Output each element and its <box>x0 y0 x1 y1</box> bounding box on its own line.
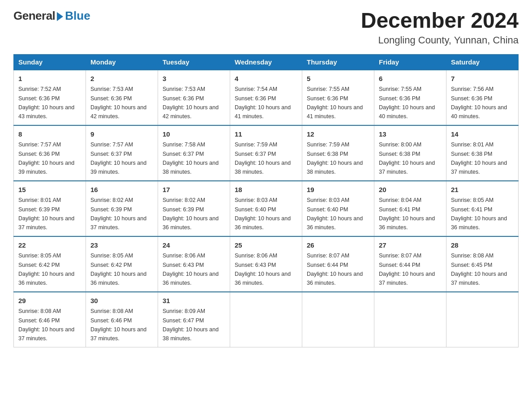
calendar-week-5: 29 Sunrise: 8:08 AMSunset: 6:46 PMDaylig… <box>14 292 519 347</box>
day-number: 7 <box>451 74 514 84</box>
calendar-cell: 24 Sunrise: 8:06 AMSunset: 6:43 PMDaylig… <box>158 236 230 292</box>
col-saturday: Saturday <box>446 54 519 70</box>
day-info: Sunrise: 7:57 AMSunset: 6:37 PMDaylight:… <box>90 141 146 175</box>
day-number: 18 <box>235 185 297 195</box>
day-info: Sunrise: 7:57 AMSunset: 6:36 PMDaylight:… <box>18 141 74 175</box>
day-info: Sunrise: 8:05 AMSunset: 6:42 PMDaylight:… <box>90 253 146 286</box>
day-info: Sunrise: 7:53 AMSunset: 6:36 PMDaylight:… <box>90 86 146 120</box>
day-info: Sunrise: 8:00 AMSunset: 6:38 PMDaylight:… <box>379 141 435 175</box>
day-number: 15 <box>18 185 81 195</box>
day-number: 4 <box>235 74 297 84</box>
calendar-header: Sunday Monday Tuesday Wednesday Thursday… <box>14 54 519 70</box>
day-info: Sunrise: 8:09 AMSunset: 6:47 PMDaylight:… <box>163 308 219 342</box>
day-number: 8 <box>18 129 81 140</box>
calendar-cell: 11 Sunrise: 7:59 AMSunset: 6:37 PMDaylig… <box>230 125 302 181</box>
day-number: 30 <box>90 296 153 306</box>
day-info: Sunrise: 7:55 AMSunset: 6:36 PMDaylight:… <box>307 86 363 120</box>
day-info: Sunrise: 8:03 AMSunset: 6:40 PMDaylight:… <box>307 197 363 231</box>
calendar-title: December 2024 <box>361 9 519 33</box>
calendar-cell: 15 Sunrise: 8:01 AMSunset: 6:39 PMDaylig… <box>14 181 86 236</box>
col-monday: Monday <box>86 54 158 70</box>
day-number: 5 <box>307 74 369 84</box>
calendar-cell: 25 Sunrise: 8:06 AMSunset: 6:43 PMDaylig… <box>230 236 302 292</box>
day-info: Sunrise: 8:07 AMSunset: 6:44 PMDaylight:… <box>379 253 435 286</box>
day-number: 19 <box>307 185 369 195</box>
calendar-cell <box>446 292 519 347</box>
logo: General Blue <box>13 9 90 23</box>
day-info: Sunrise: 7:53 AMSunset: 6:36 PMDaylight:… <box>163 86 219 120</box>
day-number: 31 <box>163 296 225 306</box>
day-info: Sunrise: 8:05 AMSunset: 6:42 PMDaylight:… <box>18 253 74 286</box>
calendar-cell: 10 Sunrise: 7:58 AMSunset: 6:37 PMDaylig… <box>158 125 230 181</box>
day-info: Sunrise: 7:59 AMSunset: 6:37 PMDaylight:… <box>235 141 291 175</box>
day-number: 20 <box>379 185 442 195</box>
calendar-cell: 17 Sunrise: 8:02 AMSunset: 6:39 PMDaylig… <box>158 181 230 236</box>
day-number: 29 <box>18 296 81 306</box>
day-number: 2 <box>90 74 153 84</box>
day-info: Sunrise: 8:08 AMSunset: 6:45 PMDaylight:… <box>451 253 507 286</box>
calendar-cell: 19 Sunrise: 8:03 AMSunset: 6:40 PMDaylig… <box>302 181 374 236</box>
calendar-cell <box>374 292 446 347</box>
day-number: 3 <box>163 74 225 84</box>
day-info: Sunrise: 8:02 AMSunset: 6:39 PMDaylight:… <box>163 197 219 231</box>
day-info: Sunrise: 8:06 AMSunset: 6:43 PMDaylight:… <box>235 253 291 286</box>
calendar-cell: 16 Sunrise: 8:02 AMSunset: 6:39 PMDaylig… <box>86 181 158 236</box>
calendar-cell <box>230 292 302 347</box>
day-number: 21 <box>451 185 514 195</box>
col-thursday: Thursday <box>302 54 374 70</box>
calendar-table: Sunday Monday Tuesday Wednesday Thursday… <box>13 54 519 347</box>
day-number: 10 <box>163 129 225 140</box>
calendar-cell: 6 Sunrise: 7:55 AMSunset: 6:36 PMDayligh… <box>374 70 446 125</box>
calendar-week-1: 1 Sunrise: 7:52 AMSunset: 6:36 PMDayligh… <box>14 70 519 125</box>
calendar-cell: 1 Sunrise: 7:52 AMSunset: 6:36 PMDayligh… <box>14 70 86 125</box>
calendar-cell: 7 Sunrise: 7:56 AMSunset: 6:36 PMDayligh… <box>446 70 519 125</box>
day-info: Sunrise: 7:56 AMSunset: 6:36 PMDaylight:… <box>451 86 507 120</box>
calendar-week-3: 15 Sunrise: 8:01 AMSunset: 6:39 PMDaylig… <box>14 181 519 236</box>
day-number: 11 <box>235 129 297 140</box>
col-wednesday: Wednesday <box>230 54 302 70</box>
calendar-cell: 18 Sunrise: 8:03 AMSunset: 6:40 PMDaylig… <box>230 181 302 236</box>
calendar-cell: 14 Sunrise: 8:01 AMSunset: 6:38 PMDaylig… <box>446 125 519 181</box>
day-info: Sunrise: 8:02 AMSunset: 6:39 PMDaylight:… <box>90 197 146 231</box>
day-info: Sunrise: 7:52 AMSunset: 6:36 PMDaylight:… <box>18 86 74 120</box>
calendar-cell: 4 Sunrise: 7:54 AMSunset: 6:36 PMDayligh… <box>230 70 302 125</box>
logo-arrow-icon <box>57 12 63 21</box>
calendar-body: 1 Sunrise: 7:52 AMSunset: 6:36 PMDayligh… <box>14 70 519 347</box>
day-info: Sunrise: 7:58 AMSunset: 6:37 PMDaylight:… <box>163 141 219 175</box>
calendar-cell: 23 Sunrise: 8:05 AMSunset: 6:42 PMDaylig… <box>86 236 158 292</box>
day-info: Sunrise: 8:08 AMSunset: 6:46 PMDaylight:… <box>18 308 74 342</box>
day-info: Sunrise: 8:05 AMSunset: 6:41 PMDaylight:… <box>451 197 507 231</box>
title-block: December 2024 Longling County, Yunnan, C… <box>361 9 519 46</box>
col-friday: Friday <box>374 54 446 70</box>
calendar-cell: 3 Sunrise: 7:53 AMSunset: 6:36 PMDayligh… <box>158 70 230 125</box>
day-info: Sunrise: 8:06 AMSunset: 6:43 PMDaylight:… <box>163 253 219 286</box>
day-info: Sunrise: 8:01 AMSunset: 6:39 PMDaylight:… <box>18 197 74 231</box>
day-info: Sunrise: 7:55 AMSunset: 6:36 PMDaylight:… <box>379 86 435 120</box>
logo-general-text: General <box>13 9 55 23</box>
day-info: Sunrise: 8:04 AMSunset: 6:41 PMDaylight:… <box>379 197 435 231</box>
calendar-week-4: 22 Sunrise: 8:05 AMSunset: 6:42 PMDaylig… <box>14 236 519 292</box>
col-tuesday: Tuesday <box>158 54 230 70</box>
day-number: 22 <box>18 240 81 251</box>
calendar-cell: 13 Sunrise: 8:00 AMSunset: 6:38 PMDaylig… <box>374 125 446 181</box>
calendar-subtitle: Longling County, Yunnan, China <box>361 34 519 46</box>
calendar-cell: 28 Sunrise: 8:08 AMSunset: 6:45 PMDaylig… <box>446 236 519 292</box>
day-info: Sunrise: 8:07 AMSunset: 6:44 PMDaylight:… <box>307 253 363 286</box>
day-info: Sunrise: 8:08 AMSunset: 6:46 PMDaylight:… <box>90 308 146 342</box>
day-number: 28 <box>451 240 514 251</box>
calendar-cell: 27 Sunrise: 8:07 AMSunset: 6:44 PMDaylig… <box>374 236 446 292</box>
calendar-cell: 9 Sunrise: 7:57 AMSunset: 6:37 PMDayligh… <box>86 125 158 181</box>
day-number: 6 <box>379 74 442 84</box>
calendar-week-2: 8 Sunrise: 7:57 AMSunset: 6:36 PMDayligh… <box>14 125 519 181</box>
header-row: Sunday Monday Tuesday Wednesday Thursday… <box>14 54 519 70</box>
day-number: 16 <box>90 185 153 195</box>
day-number: 9 <box>90 129 153 140</box>
day-info: Sunrise: 7:54 AMSunset: 6:36 PMDaylight:… <box>235 86 291 120</box>
calendar-cell: 30 Sunrise: 8:08 AMSunset: 6:46 PMDaylig… <box>86 292 158 347</box>
day-number: 17 <box>163 185 225 195</box>
calendar-cell: 5 Sunrise: 7:55 AMSunset: 6:36 PMDayligh… <box>302 70 374 125</box>
day-number: 23 <box>90 240 153 251</box>
calendar-cell: 12 Sunrise: 7:59 AMSunset: 6:38 PMDaylig… <box>302 125 374 181</box>
col-sunday: Sunday <box>14 54 86 70</box>
day-info: Sunrise: 7:59 AMSunset: 6:38 PMDaylight:… <box>307 141 363 175</box>
